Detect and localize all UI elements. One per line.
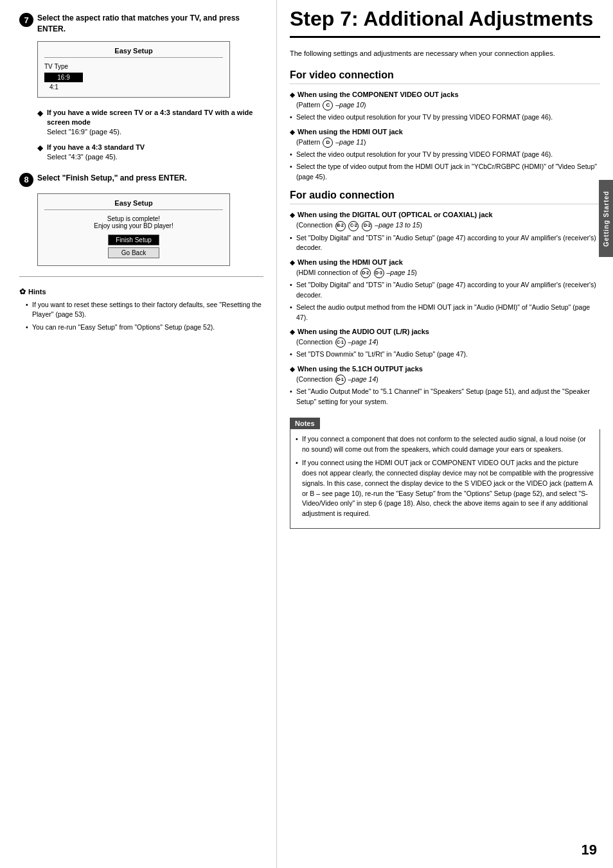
finish-setup-btn[interactable]: Finish Setup [108, 235, 159, 245]
audio-sub1-pattern: (Connection B·2 C·2 D·2 –page 13 to 15) [290, 220, 600, 231]
audio-sub2-bullet2: Select the audio output method from the … [290, 303, 600, 323]
hints-title: ✿ Hints [19, 287, 263, 296]
audio-sub4-bullet1: Set "Audio Output Mode" to "5.1 Channel"… [290, 387, 600, 407]
page-container: 7 Select the aspect ratio that matches y… [0, 0, 613, 868]
tv-type-16-9: 16:9 [44, 73, 83, 82]
step7-bullet2-text: If you have a 4:3 standard TV Select "4:… [47, 143, 145, 163]
badge-b2: B·2 [335, 221, 346, 231]
hints-icon: ✿ [19, 287, 26, 296]
step7-bullet2-detail: Select "4:3" (page 45). [47, 153, 118, 161]
video-section-heading: For video connection [290, 69, 600, 84]
bullet-diamond-2: ◆ [37, 143, 43, 152]
step8-badge: 8 [19, 173, 33, 187]
video-sub1-heading: When using the COMPONENT VIDEO OUT jacks [290, 91, 600, 98]
step7-bullet2: ◆ If you have a 4:3 standard TV Select "… [37, 143, 263, 163]
hint-item-1: If you want to reset these settings to t… [26, 300, 263, 321]
hint-item-2: You can re-run "Easy Setup" from "Option… [26, 323, 263, 333]
video-sub2-heading: When using the HDMI OUT jack [290, 128, 600, 136]
step7-heading-text: Select the aspect ratio that matches you… [37, 13, 263, 35]
step7-bullet1-text: If you have a wide screen TV or a 4:3 st… [47, 108, 263, 137]
note-item-2: If you connect using the HDMI OUT jack o… [296, 458, 594, 519]
go-back-btn[interactable]: Go Back [108, 247, 159, 258]
easy-setup-title-1: Easy Setup [44, 47, 223, 58]
step7-bullet2-strong: If you have a 4:3 standard TV [47, 143, 145, 151]
audio-sub3-pattern: (Connection C·1 –page 14) [290, 337, 600, 348]
audio-sub1-heading: When using the DIGITAL OUT (OPTICAL or C… [290, 211, 600, 218]
section-divider [19, 276, 263, 277]
main-title: Step 7: Additional Adjustments [290, 6, 600, 38]
tv-type-label: TV Type [44, 63, 223, 70]
audio-sub4-heading: When using the 5.1CH OUTPUT jacks [290, 365, 600, 373]
step7-bullet1: ◆ If you have a wide screen TV or a 4:3 … [37, 108, 263, 137]
video-sub2-bullet1: Select the video output resolution for y… [290, 150, 600, 160]
badge-c: C [323, 100, 333, 111]
side-tab: Getting Started [599, 180, 613, 257]
audio-sub3-bullet1: Set "DTS Downmix" to "Lt/Rt" in "Audio S… [290, 350, 600, 360]
page-number: 19 [582, 842, 597, 858]
audio-section: For audio connection When using the DIGI… [290, 190, 600, 407]
badge-d: D [323, 137, 333, 148]
step7-heading: 7 Select the aspect ratio that matches y… [19, 13, 263, 35]
step7-bullet1-detail: Select "16:9" (page 45). [47, 128, 121, 136]
tv-type-unselected: 4:1 [44, 82, 223, 92]
video-sub1-bullet1: Select the video output resolution for y… [290, 112, 600, 123]
notes-section: Notes If you connect a component that do… [290, 418, 600, 529]
badge-d3: D·3 [374, 268, 384, 278]
video-sub1-pattern: (Pattern C –page 10) [290, 100, 600, 111]
audio-sub4-pattern: (Connection D·1 –page 14) [290, 375, 600, 385]
badge-d2b: D·2 [360, 268, 371, 278]
right-column: Step 7: Additional Adjustments The follo… [276, 0, 613, 868]
notes-label: Notes [290, 418, 320, 429]
audio-sub2-heading: When using the HDMI OUT jack [290, 258, 600, 266]
setup-complete-text: Setup is complete!Enjoy using your BD pl… [44, 215, 223, 229]
audio-sub1-bullet1: Set "Dolby Digital" and "DTS" in "Audio … [290, 233, 600, 254]
badge-c1: C·1 [335, 337, 346, 348]
badge-c2: C·2 [348, 221, 359, 231]
step7-bullet1-strong: If you have a wide screen TV or a 4:3 st… [47, 109, 253, 126]
badge-d2: D·2 [362, 221, 372, 231]
audio-sub2-bullet1: Set "Dolby Digital" and "DTS" in "Audio … [290, 280, 600, 301]
hints-label: Hints [28, 288, 46, 296]
video-section: For video connection When using the COMP… [290, 69, 600, 182]
intro-text: The following settings and adjustments a… [290, 48, 600, 59]
audio-sub2-pattern: (HDMI connection of D·2 D·3 –page 15) [290, 268, 600, 278]
audio-section-heading: For audio connection [290, 190, 600, 204]
step7-badge: 7 [19, 13, 33, 27]
hints-list: If you want to reset these settings to t… [19, 300, 263, 333]
notes-content: If you connect a component that does not… [290, 429, 600, 529]
hints-section: ✿ Hints If you want to reset these setti… [19, 287, 263, 333]
tv-type-selected: 16:9 [44, 73, 223, 82]
step8-heading: 8 Select "Finish Setup," and press ENTER… [19, 173, 263, 187]
easy-setup-box-2: Easy Setup Setup is complete!Enjoy using… [37, 193, 230, 266]
audio-sub3-heading: When using the AUDIO OUT (L/R) jacks [290, 328, 600, 335]
note-item-1: If you connect a component that does not… [296, 434, 594, 455]
easy-setup-box-1: Easy Setup TV Type 16:9 4:1 [37, 41, 230, 98]
tv-type-4-1: 4:1 [44, 82, 64, 92]
badge-d1: D·1 [335, 375, 346, 385]
video-sub2-pattern: (Pattern D –page 11) [290, 137, 600, 148]
left-column: 7 Select the aspect ratio that matches y… [0, 0, 276, 868]
easy-setup-title-2: Easy Setup [44, 199, 223, 210]
video-sub2-bullet2: Select the type of video output from the… [290, 162, 600, 182]
step8-heading-text: Select "Finish Setup," and press ENTER. [37, 173, 187, 184]
bullet-diamond-1: ◆ [37, 109, 43, 118]
